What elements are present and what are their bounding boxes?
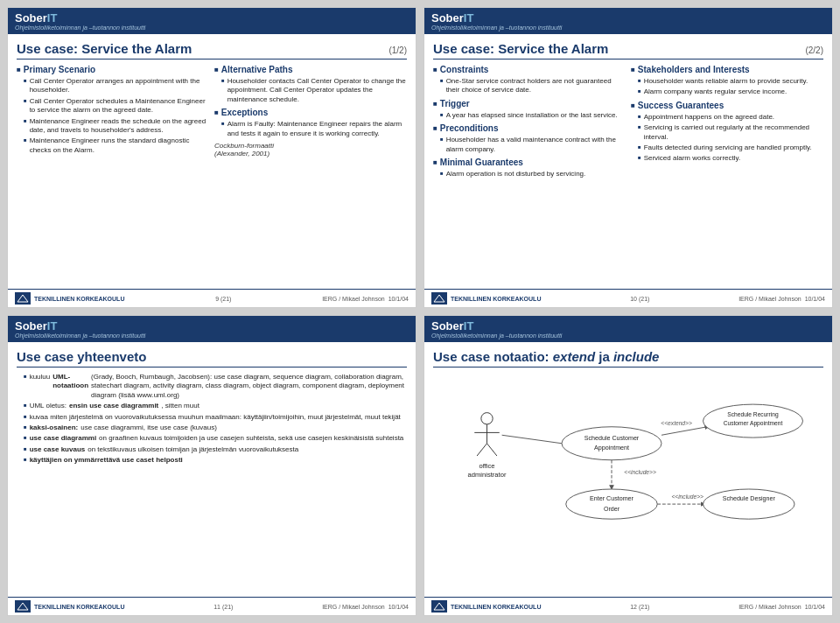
stakeholders-title: Stakeholders and Interests <box>631 65 823 74</box>
slide-1-header: SoberIT Ohjelmistoliiketoiminnan ja –tuo… <box>8 8 416 34</box>
list-item: UML oletus: ensin use case diagrammit, s… <box>24 402 407 410</box>
svg-text:Schedule Customer: Schedule Customer <box>584 435 640 442</box>
slide-1-primary-title: Primary Scenario <box>17 65 209 74</box>
list-item: Serviced alarm works correctly. <box>638 154 823 163</box>
tku-logo-icon-2 <box>431 292 447 304</box>
svg-line-13 <box>502 435 562 444</box>
list-item: kuvaa miten järjestelmä on vuorovaikutuk… <box>24 413 407 422</box>
svg-line-17 <box>662 427 707 436</box>
footer-author-2: IERG / Mikael Johnson 10/1/04 <box>738 296 825 302</box>
list-item: Householder contacts Call Center Operato… <box>221 77 407 104</box>
slide-1-content: Use case: Service the Alarm (1/2) Primar… <box>8 34 416 289</box>
slide-1-alt-list: Householder contacts Call Center Operato… <box>214 77 407 104</box>
slide-2-right: Stakeholders and Interests Householder w… <box>631 65 823 182</box>
list-item: Appointment happens on the agreed date. <box>638 113 823 122</box>
slide-2-columns: Constraints One-Star service contract ho… <box>433 65 823 182</box>
list-item: Call Center Operator schedules a Mainten… <box>24 97 209 116</box>
list-item: use case kuvaus on tekstikuvaus ulkoisen… <box>24 445 407 454</box>
footer-author-3: IERG / Mikael Johnson 10/1/04 <box>322 604 409 610</box>
cockburn-citation: Cockburn-formaatti(Alexander, 2001) <box>214 142 407 158</box>
use-case-diagram-area: office administrator Schedule Customer A… <box>433 373 823 539</box>
slide-4-content: Use case notaatio: extend ja include off… <box>424 342 832 597</box>
list-item: Alarm company wants regular service inco… <box>638 88 823 96</box>
slide-1-subtitle: Ohjelmistoliiketoiminnan ja –tuotannon i… <box>15 24 409 31</box>
list-item: Servicing is carried out regularly at th… <box>638 123 823 142</box>
slide-grid: SoberIT Ohjelmistoliiketoiminnan ja –tuo… <box>0 0 840 623</box>
slide-2-left: Constraints One-Star service contract ho… <box>433 65 626 182</box>
slide-4-title: Use case notaatio: extend ja include <box>433 349 823 368</box>
list-item: Alarm operation is not disturbed by serv… <box>440 170 626 178</box>
slide-1-right-col: Alternative Paths Householder contacts C… <box>214 65 407 158</box>
svg-point-6 <box>481 413 493 424</box>
slide-3-list: kuuluu UML-notaatioon (Grady, Booch, Rum… <box>17 373 407 466</box>
list-item: Call Center Operator arranges an appoint… <box>24 77 209 95</box>
list-item: Faults detected during servicing are han… <box>638 144 823 152</box>
footer-logo: TEKNILLINEN KORKEAKOULU <box>15 292 124 304</box>
slide-1-exc-title: Exceptions <box>214 108 407 117</box>
list-item: Maintenance Engineer runs the standard d… <box>24 136 209 155</box>
list-item: kaksi-osainen: use case diagrammi, itse … <box>24 424 407 432</box>
slide-1-alt-title: Alternative Paths <box>214 65 407 74</box>
footer-author-4: IERG / Mikael Johnson 10/1/04 <box>738 604 825 610</box>
slide-1-left-col: Primary Scenario Call Center Operator ar… <box>17 65 209 158</box>
slide-3-content: Use case yhteenveto kuuluu UML-notaatioo… <box>8 342 416 597</box>
svg-point-31 <box>704 489 795 519</box>
slide-3-subtitle: Ohjelmistoliiketoiminnan ja –tuotannon i… <box>15 332 409 339</box>
slide-1-primary-list: Call Center Operator arranges an appoint… <box>17 77 209 155</box>
minimal-guarantees-title: Minimal Guarantees <box>433 158 626 167</box>
constraints-title: Constraints <box>433 65 626 74</box>
brand-highlight: IT <box>47 11 58 24</box>
svg-text:<<include>>: <<include>> <box>671 494 704 500</box>
tku-logo-icon-4 <box>431 600 447 612</box>
list-item: Maintenance Engineer reads the schedule … <box>24 117 209 136</box>
list-item: Householder wants reliable alarm to prov… <box>638 77 823 86</box>
slide-4-header: SoberIT Ohjelmistoliiketoiminnan ja –tuo… <box>424 316 832 342</box>
slide-2-brand: SoberIT <box>431 11 825 24</box>
slide-3-footer: TEKNILLINEN KORKEAKOULU 11 (21) IERG / M… <box>8 597 416 615</box>
svg-text:Schedule Designer: Schedule Designer <box>723 495 776 502</box>
footer-logo-3: TEKNILLINEN KORKEAKOULU <box>15 600 124 612</box>
footer-logo-4: TEKNILLINEN KORKEAKOULU <box>431 600 541 612</box>
preconditions-title: Preconditions <box>433 123 626 133</box>
svg-text:Schedule Recurring: Schedule Recurring <box>727 411 779 418</box>
svg-line-9 <box>477 444 486 456</box>
tku-logo-icon-3 <box>15 600 31 612</box>
slide-3-title: Use case yhteenveto <box>17 349 407 368</box>
slide-4-subtitle: Ohjelmistoliiketoiminnan ja –tuotannon i… <box>431 332 825 339</box>
preconditions-list: Householder has a valid maintenance cont… <box>433 136 626 154</box>
list-item: Alarm is Faulty: Maintenance Engineer re… <box>221 120 407 138</box>
slide-2-footer: TEKNILLINEN KORKEAKOULU 10 (21) IERG / M… <box>424 289 832 307</box>
list-item: use case diagrammi on graafinen kuvaus t… <box>24 434 407 443</box>
slide-4: SoberIT Ohjelmistoliiketoiminnan ja –tuo… <box>424 315 833 616</box>
use-case-svg: office administrator Schedule Customer A… <box>433 373 823 539</box>
slide-4-brand: SoberIT <box>431 319 825 332</box>
svg-text:<<include>>: <<include>> <box>624 469 656 475</box>
svg-point-14 <box>562 427 662 460</box>
slide-2-header: SoberIT Ohjelmistoliiketoiminnan ja –tuo… <box>424 8 832 34</box>
svg-line-10 <box>487 444 497 456</box>
svg-text:administrator: administrator <box>468 471 507 479</box>
slide-2-title: Use case: Service the Alarm (2/2) <box>433 41 823 60</box>
slide-1-exc-list: Alarm is Faulty: Maintenance Engineer re… <box>214 120 407 138</box>
slide-3: SoberIT Ohjelmistoliiketoiminnan ja –tuo… <box>7 315 416 616</box>
slide-3-brand: SoberIT <box>15 319 409 332</box>
slide-1-title: Use case: Service the Alarm (1/2) <box>17 41 407 60</box>
svg-text:<<extend>>: <<extend>> <box>661 420 692 426</box>
list-item: Householder has a valid maintenance cont… <box>440 136 626 154</box>
slide-2-content: Use case: Service the Alarm (2/2) Constr… <box>424 34 832 289</box>
slide-1: SoberIT Ohjelmistoliiketoiminnan ja –tuo… <box>7 7 416 308</box>
slide-1-columns: Primary Scenario Call Center Operator ar… <box>17 65 407 158</box>
svg-text:Customer Appointment: Customer Appointment <box>724 420 783 427</box>
minimal-guarantees-list: Alarm operation is not disturbed by serv… <box>433 170 626 178</box>
slide-2-subtitle: Ohjelmistoliiketoiminnan ja –tuotannon i… <box>431 24 825 31</box>
list-item: A year has elapsed since installation or… <box>440 111 626 120</box>
stakeholders-list: Householder wants reliable alarm to prov… <box>631 77 823 97</box>
success-guarantees-list: Appointment happens on the agreed date. … <box>631 113 823 164</box>
svg-text:Appointment: Appointment <box>594 444 629 452</box>
trigger-list: A year has elapsed since installation or… <box>433 111 626 120</box>
slide-4-footer: TEKNILLINEN KORKEAKOULU 12 (21) IERG / M… <box>424 597 832 615</box>
svg-point-26 <box>566 489 658 519</box>
trigger-title: Trigger <box>433 99 626 108</box>
slide-3-header: SoberIT Ohjelmistoliiketoiminnan ja –tuo… <box>8 316 416 342</box>
slide-1-brand: SoberIT <box>15 11 409 24</box>
